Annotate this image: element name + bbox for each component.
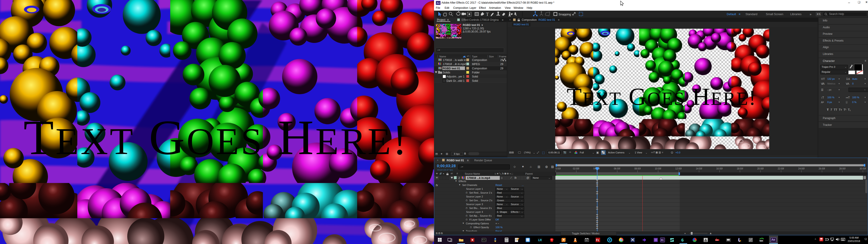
svg-text:Libraries: Libraries (790, 12, 802, 16)
svg-text:Pr: Pr (661, 239, 664, 242)
svg-text:Fz: Fz (596, 239, 599, 242)
svg-text:LR: LR (538, 239, 542, 242)
svg-text:[]: [] (526, 239, 529, 242)
svg-text:Default: Default (727, 12, 736, 16)
svg-text:Small Screen: Small Screen (766, 12, 783, 16)
svg-text:C:\_: C:\_ (482, 239, 486, 241)
svg-text:≡: ≡ (739, 12, 741, 16)
svg-text:NDI: NDI (760, 240, 763, 242)
svg-text:6: 6 (681, 238, 684, 242)
svg-text:Standard: Standard (745, 12, 757, 16)
svg-text:Search Help: Search Help (829, 12, 844, 16)
svg-text:Snapping: Snapping (559, 13, 571, 16)
svg-text:A: A (705, 239, 706, 242)
svg-text:MPC: MPC (585, 240, 588, 241)
svg-text:⚙⇅: ⚙⇅ (817, 13, 820, 16)
svg-text:»: » (810, 12, 811, 16)
svg-text:T: T (486, 12, 489, 17)
